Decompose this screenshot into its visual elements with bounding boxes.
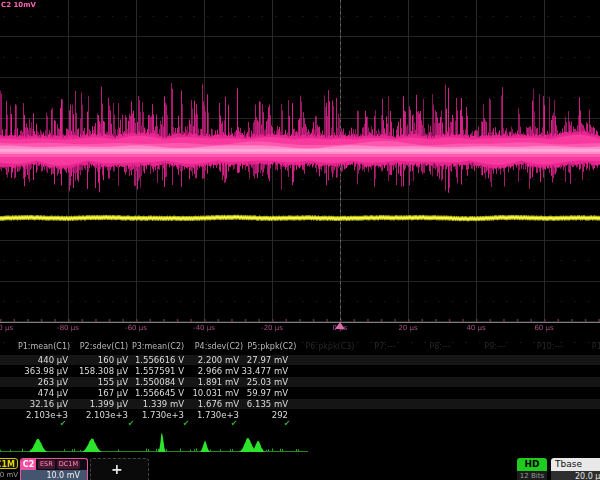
channel2-descriptor-box[interactable]: C2 ESR DC1M 10.0 mV xyxy=(20,458,88,480)
measurement-value: 263 µV xyxy=(38,377,68,387)
measurement-value: 1.339 mV xyxy=(143,399,184,409)
measurement-header[interactable]: P5:pkpk(C2) xyxy=(248,342,297,351)
channel2-eres-badge: ESR xyxy=(38,460,55,469)
timebase-label: Tbase xyxy=(551,458,600,471)
time-axis-label: 60 µs xyxy=(534,324,553,332)
measurement-value: 6.135 mV xyxy=(247,399,288,409)
measurement-value: 10.031 mV xyxy=(192,388,239,398)
time-axis-label: -20 µs xyxy=(261,324,283,332)
measurement-value: 1.556616 V xyxy=(135,355,184,365)
measurement-value: 1.730e+3 xyxy=(142,410,184,420)
measurement-value: 27.97 mV xyxy=(247,355,288,365)
oscilloscope-screen: C2 10mV -100 µs-80 µs-60 µs-40 µs-20 µs0… xyxy=(0,0,600,480)
measurement-value: 1.557591 V xyxy=(135,366,184,376)
measurement-value: 155 µV xyxy=(98,377,128,387)
time-axis-label: -40 µs xyxy=(193,324,215,332)
measurement-value: 1.676 mV xyxy=(198,399,239,409)
measurement-header[interactable]: P2:sdev(C1) xyxy=(80,342,128,351)
time-axis-label: -80 µs xyxy=(57,324,79,332)
measurement-value: 1.399 µV xyxy=(90,399,128,409)
plus-icon: + xyxy=(111,460,123,478)
measurement-value: 25.03 mV xyxy=(247,377,288,387)
measurement-value: 2.103e+3 xyxy=(86,410,128,420)
measurement-header-disabled[interactable]: P10:--- xyxy=(537,342,563,351)
channel1-coupling-label: DC1M xyxy=(0,458,18,469)
measurement-header-disabled[interactable]: P6:pkpk(C3) xyxy=(306,342,355,351)
measurement-value: 160 µV xyxy=(98,355,128,365)
measurement-value: 474 µV xyxy=(38,388,68,398)
measurement-value: 363.98 µV xyxy=(24,366,68,376)
add-trace-button[interactable]: + xyxy=(90,458,149,480)
channel2-tab: C2 xyxy=(21,459,36,470)
measurement-value: 292 xyxy=(272,410,288,420)
hd-bits-label: 12 Bits xyxy=(517,471,547,480)
measurement-value: 33.477 mV xyxy=(241,366,288,376)
measurement-value: 2.200 mV xyxy=(198,355,239,365)
measurement-table: P1:mean(C1)440 µV363.98 µV263 µV474 µV32… xyxy=(0,341,600,431)
measurement-value: 1.730e+3 xyxy=(197,410,239,420)
measurement-value: 2.103e+3 xyxy=(26,410,68,420)
table-row-band xyxy=(0,355,600,365)
measurement-value: 1.550084 V xyxy=(135,377,184,387)
time-axis-label: 40 µs xyxy=(466,324,485,332)
measurement-value: 158.308 µV xyxy=(79,366,128,376)
channel1-scale-value: 20.0 mV xyxy=(0,469,22,480)
measurement-value: 167 µV xyxy=(98,388,128,398)
measurement-header[interactable]: P1:mean(C1) xyxy=(18,342,70,351)
measurement-header-disabled[interactable]: P11:--- xyxy=(592,342,600,351)
measurement-value: 32.16 µV xyxy=(30,399,68,409)
status-ok-check-icon: ✔ xyxy=(284,419,291,428)
measurement-value: 2.966 mV xyxy=(198,366,239,376)
measurement-header[interactable]: P4:sdev(C2) xyxy=(195,342,243,351)
measurement-value: 1.556645 V xyxy=(135,388,184,398)
time-axis-label: -100 µs xyxy=(0,324,13,332)
status-ok-check-icon: ✔ xyxy=(183,419,190,428)
hd-mode-label: HD xyxy=(517,458,547,471)
status-ok-check-icon: ✔ xyxy=(231,419,238,428)
measurement-value: 1.891 mV xyxy=(198,377,239,387)
measurement-value: 440 µV xyxy=(38,355,68,365)
timebase-value: 20.0 µs xyxy=(551,471,600,480)
time-axis-label: -60 µs xyxy=(125,324,147,332)
channel2-scale-value: 10.0 mV xyxy=(21,470,87,480)
measurement-header-disabled[interactable]: P9:--- xyxy=(484,342,505,351)
channel1-descriptor-box[interactable]: DC1M 20.0 mV xyxy=(0,458,22,480)
channel2-coupling-badge: DC1M xyxy=(57,460,80,469)
measurement-value: 59.97 mV xyxy=(247,388,288,398)
time-axis-label: 20 µs xyxy=(398,324,417,332)
measurement-header[interactable]: P3:mean(C2) xyxy=(132,342,184,351)
trigger-position-marker[interactable] xyxy=(335,322,345,329)
measurement-header-disabled[interactable]: P8:--- xyxy=(429,342,450,351)
channel2-scale-label: C2 10mV xyxy=(1,1,36,9)
hd-mode-box[interactable]: HD 12 Bits xyxy=(517,458,547,480)
table-row-band xyxy=(0,377,600,387)
status-ok-check-icon: ✔ xyxy=(128,419,135,428)
measurement-header-disabled[interactable]: P7:--- xyxy=(374,342,395,351)
timebase-descriptor-box[interactable]: Tbase 20.0 µs xyxy=(551,458,600,480)
status-ok-check-icon: ✔ xyxy=(60,419,67,428)
